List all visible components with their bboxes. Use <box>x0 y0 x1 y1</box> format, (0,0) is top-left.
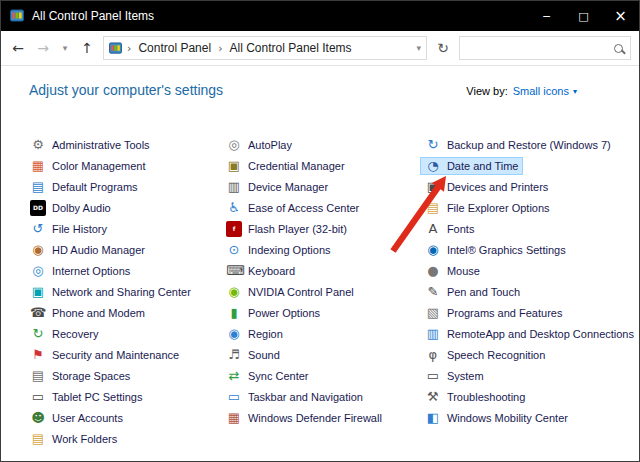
search-box <box>459 36 631 60</box>
breadcrumb-separator[interactable]: › <box>218 42 222 55</box>
control-panel-item[interactable]: ◉NVIDIA Control Panel <box>221 283 359 301</box>
item-label: Tablet PC Settings <box>52 391 143 403</box>
control-panel-item[interactable]: ▤Default Programs <box>25 178 143 196</box>
item-label: AutoPlay <box>248 139 292 151</box>
breadcrumb-all-control-panel-items[interactable]: All Control Panel Items <box>228 41 354 55</box>
item-label: User Accounts <box>52 412 123 424</box>
default-programs-icon: ▤ <box>30 179 46 195</box>
control-panel-item[interactable]: ↺File History <box>25 220 112 238</box>
control-panel-item[interactable]: ▭System <box>420 367 489 385</box>
user-accounts-icon: ☻ <box>30 410 46 426</box>
search-icon <box>614 44 623 53</box>
item-label: Work Folders <box>52 433 117 445</box>
control-panel-item[interactable]: ⇄Sync Center <box>221 367 314 385</box>
control-panel-item[interactable]: ◉HD Audio Manager <box>25 241 150 259</box>
control-panel-item[interactable]: AFonts <box>420 220 480 238</box>
control-panel-item[interactable]: ▭Taskbar and Navigation <box>221 388 368 406</box>
control-panel-item[interactable]: ⚑Security and Maintenance <box>25 346 184 364</box>
item-label: Date and Time <box>447 160 519 172</box>
control-panel-item[interactable]: ☻User Accounts <box>25 409 128 427</box>
item-label: Dolby Audio <box>52 202 111 214</box>
control-panel-item[interactable]: ●Mouse <box>420 262 485 280</box>
item-label: Storage Spaces <box>52 370 130 382</box>
control-panel-item[interactable]: φSpeech Recognition <box>420 346 550 364</box>
control-panel-item[interactable]: ⚙Administrative Tools <box>25 136 155 154</box>
breadcrumb-chevron-icon[interactable]: ▾ <box>416 43 421 53</box>
breadcrumb-separator[interactable]: › <box>127 42 131 55</box>
control-panel-item[interactable]: ⊙Indexing Options <box>221 241 336 259</box>
control-panel-item[interactable]: ↻Backup and Restore (Windows 7) <box>420 136 616 154</box>
date-and-time-icon: ◔ <box>425 158 441 174</box>
keyboard-icon: ⌨ <box>226 263 242 279</box>
control-panel-item[interactable]: ▤Storage Spaces <box>25 367 135 385</box>
control-panel-icon[interactable] <box>10 9 24 23</box>
control-panel-item[interactable]: ▣Devices and Printers <box>420 178 554 196</box>
item-label: Network and Sharing Center <box>52 286 191 298</box>
view-by-selector[interactable]: Small icons ▾ <box>513 85 577 97</box>
control-panel-item[interactable]: ▭Tablet PC Settings <box>25 388 148 406</box>
item-label: Flash Player (32-bit) <box>248 223 347 235</box>
breadcrumb-control-panel[interactable]: Control Panel <box>136 41 213 55</box>
internet-options-icon: ◎ <box>30 263 46 279</box>
control-panel-item[interactable]: ▦Windows Defender Firewall <box>221 409 387 427</box>
control-panel-item[interactable]: ✎Pen and Touch <box>420 283 525 301</box>
administrative-tools-icon: ⚙ <box>30 137 46 153</box>
control-panel-item[interactable]: ☎Phone and Modem <box>25 304 150 322</box>
item-label: File Explorer Options <box>447 202 550 214</box>
item-label: Indexing Options <box>248 244 331 256</box>
file-history-icon: ↺ <box>30 221 46 237</box>
region-icon: ◉ <box>226 326 242 342</box>
item-label: Sound <box>248 349 280 361</box>
windows-mobility-center-icon: ◧ <box>425 410 441 426</box>
item-label: Recovery <box>52 328 98 340</box>
control-panel-item[interactable]: ♿Ease of Access Center <box>221 199 364 217</box>
refresh-icon[interactable]: ↻ <box>434 40 452 56</box>
work-folders-icon: ▤ <box>30 431 46 447</box>
taskbar-and-navigation-icon: ▭ <box>226 389 242 405</box>
control-panel-item[interactable]: ◎Internet Options <box>25 262 135 280</box>
up-icon[interactable]: ↑ <box>78 40 96 56</box>
control-panel-window: All Control Panel Items ─ □ × ← → ▾ ↑ › … <box>0 0 640 462</box>
remoteapp-desktop-connections-icon: ▥ <box>425 326 441 342</box>
control-panel-item[interactable]: ▥Device Manager <box>221 178 333 196</box>
control-panel-item[interactable]: ▤Work Folders <box>25 430 122 448</box>
control-panel-item[interactable]: ↻Recovery <box>25 325 103 343</box>
control-panel-item[interactable]: ▦Color Management <box>25 157 151 175</box>
item-label: Intel® Graphics Settings <box>447 244 566 256</box>
history-dropdown-icon[interactable]: ▾ <box>59 43 71 53</box>
control-panel-item[interactable]: ◉Intel® Graphics Settings <box>420 241 571 259</box>
item-label: Backup and Restore (Windows 7) <box>447 139 611 151</box>
item-label: File History <box>52 223 107 235</box>
item-label: Taskbar and Navigation <box>248 391 363 403</box>
item-label: Color Management <box>52 160 146 172</box>
storage-spaces-icon: ▤ <box>30 368 46 384</box>
control-panel-item[interactable]: ◧Windows Mobility Center <box>420 409 573 427</box>
control-panel-item[interactable]: ▧Programs and Features <box>420 304 568 322</box>
breadcrumb: › Control Panel › All Control Panel Item… <box>103 36 427 60</box>
intel-graphics-settings-icon: ◉ <box>425 242 441 258</box>
control-panel-item[interactable]: fFlash Player (32-bit) <box>221 220 352 238</box>
control-panel-item[interactable]: ◔Date and Time <box>420 157 524 175</box>
navigation-bar: ← → ▾ ↑ › Control Panel › All Control Pa… <box>1 31 639 66</box>
content-area: Adjust your computer's settings View by:… <box>1 66 639 461</box>
control-panel-item[interactable]: ▣Network and Sharing Center <box>25 283 196 301</box>
close-button[interactable]: × <box>602 1 639 31</box>
back-icon[interactable]: ← <box>9 40 27 56</box>
control-panel-item[interactable]: ⚒Troubleshooting <box>420 388 530 406</box>
control-panel-item[interactable]: ▥RemoteApp and Desktop Connections <box>420 325 639 343</box>
control-panel-item[interactable]: ⌨Keyboard <box>221 262 300 280</box>
control-panel-item[interactable]: ▣Credential Manager <box>221 157 350 175</box>
control-panel-item[interactable]: ▤File Explorer Options <box>420 199 555 217</box>
control-panel-item[interactable]: ▮Power Options <box>221 304 325 322</box>
control-panel-item[interactable]: ◎AutoPlay <box>221 136 297 154</box>
search-input[interactable] <box>467 42 614 54</box>
minimize-button[interactable]: ─ <box>528 1 565 31</box>
maximize-button[interactable]: □ <box>565 1 602 31</box>
item-label: Devices and Printers <box>447 181 549 193</box>
control-panel-item[interactable]: ◉Region <box>221 325 288 343</box>
item-label: Pen and Touch <box>447 286 520 298</box>
control-panel-icon <box>109 42 122 55</box>
control-panel-item[interactable]: ♬Sound <box>221 346 285 364</box>
control-panel-item[interactable]: DDDolby Audio <box>25 199 116 217</box>
forward-icon[interactable]: → <box>34 40 52 56</box>
